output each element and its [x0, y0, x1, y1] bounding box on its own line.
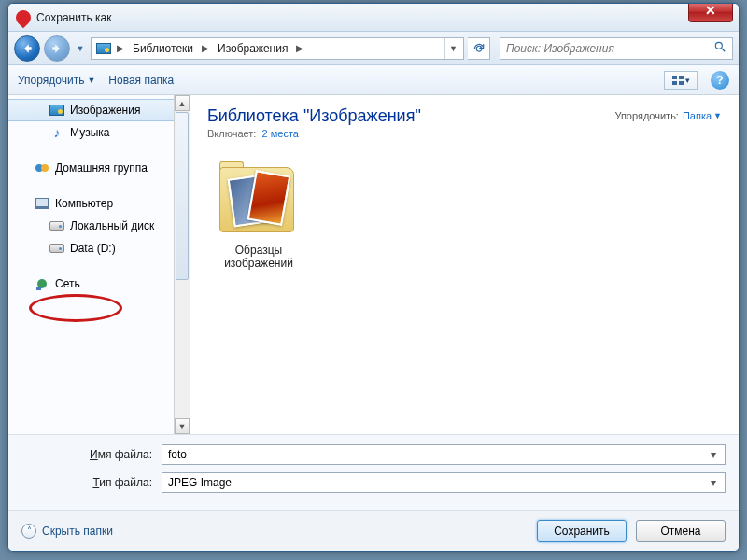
view-icon	[672, 76, 684, 85]
search-box[interactable]	[500, 37, 733, 60]
file-list[interactable]: Образцы изображений	[190, 147, 739, 434]
arrange-by: Упорядочить: Папка ▼	[614, 110, 722, 121]
filetype-field[interactable]: ▾	[162, 472, 726, 493]
svg-rect-3	[679, 76, 684, 79]
breadcrumb-arrow-1[interactable]: ▶	[199, 43, 212, 53]
filename-dropdown[interactable]: ▾	[706, 448, 721, 461]
close-button[interactable]: ✕	[688, 3, 733, 22]
view-options-button[interactable]: ▾	[664, 71, 698, 90]
sidebar-item-label: Data (D:)	[70, 242, 116, 255]
drive-icon	[49, 218, 64, 233]
titlebar: Сохранить как ✕	[8, 4, 739, 32]
svg-rect-2	[672, 76, 677, 79]
organize-button[interactable]: Упорядочить ▼	[18, 74, 95, 87]
opera-icon	[13, 7, 35, 28]
chevron-down-icon: ▼	[713, 111, 722, 120]
filetype-dropdown[interactable]: ▾	[706, 476, 721, 489]
library-header: Библиотека "Изображения" Включает: 2 мес…	[190, 95, 739, 147]
sidebar-item-pictures[interactable]: Изображения	[8, 99, 190, 121]
filetype-input[interactable]	[166, 475, 706, 490]
library-subtitle: Включает: 2 места	[207, 128, 421, 139]
svg-rect-4	[672, 81, 677, 85]
save-button[interactable]: Сохранить	[537, 520, 627, 542]
svg-line-1	[722, 49, 726, 52]
sidebar-item-network[interactable]: Сеть	[8, 273, 190, 295]
chevron-down-icon: ▾	[685, 76, 690, 85]
filename-input[interactable]	[166, 447, 706, 462]
sidebar-item-computer[interactable]: Компьютер	[8, 192, 190, 215]
sidebar-item-label: Музыка	[70, 126, 109, 139]
help-button[interactable]: ?	[711, 71, 729, 90]
drive-icon	[49, 241, 64, 256]
filetype-label: Тип файла:	[21, 476, 162, 489]
content-pane: Библиотека "Изображения" Включает: 2 мес…	[190, 95, 739, 434]
libraries-icon	[95, 41, 112, 56]
back-button[interactable]	[14, 35, 40, 62]
sidebar-item-local-disk[interactable]: Локальный диск	[8, 215, 190, 237]
svg-rect-9	[36, 287, 41, 290]
new-folder-label: Новая папка	[108, 74, 174, 87]
scroll-thumb[interactable]	[176, 112, 189, 280]
computer-icon	[35, 196, 49, 211]
includes-link[interactable]: 2 места	[262, 128, 299, 139]
arrange-value-dropdown[interactable]: Папка ▼	[683, 110, 722, 121]
filename-row: Имя файла: ▾	[21, 444, 726, 465]
search-input[interactable]	[504, 41, 713, 56]
sidebar-item-music[interactable]: ♪ Музыка	[8, 121, 190, 144]
fields-area: Имя файла: ▾ Тип файла: ▾	[8, 434, 739, 510]
arrow-left-icon	[21, 42, 34, 55]
breadcrumb-root-arrow[interactable]: ▶	[114, 43, 127, 53]
folder-sample-pictures[interactable]: Образцы изображений	[207, 163, 310, 271]
nav-tree: Изображения ♪ Музыка Домашняя группа Ком…	[8, 95, 190, 299]
library-title: Библиотека "Изображения"	[207, 106, 421, 126]
toolbar: Упорядочить ▼ Новая папка ▾ ?	[8, 65, 739, 95]
network-icon	[35, 276, 49, 291]
sidebar-item-label: Компьютер	[55, 197, 113, 210]
search-icon	[713, 40, 728, 56]
body: Изображения ♪ Музыка Домашняя группа Ком…	[8, 95, 739, 434]
svg-point-0	[715, 42, 722, 49]
refresh-icon	[472, 42, 486, 55]
scroll-up-button[interactable]: ▲	[175, 95, 190, 111]
window-title: Сохранить как	[36, 11, 111, 24]
sidebar-item-label: Изображения	[70, 104, 140, 117]
includes-label: Включает:	[207, 128, 256, 139]
refresh-button[interactable]	[468, 37, 490, 60]
sidebar-item-label: Сеть	[55, 277, 80, 290]
forward-button[interactable]	[44, 35, 70, 62]
sidebar-item-label: Локальный диск	[70, 219, 154, 232]
sidebar-item-data-d[interactable]: Data (D:)	[8, 237, 190, 259]
arrow-right-icon	[50, 42, 63, 55]
breadcrumb-dropdown[interactable]: ▼	[444, 38, 461, 59]
nav-history-dropdown[interactable]: ▼	[74, 39, 87, 58]
sidebar-item-label: Домашняя группа	[55, 161, 148, 175]
folder-icon	[214, 163, 303, 238]
sidebar-item-homegroup[interactable]: Домашняя группа	[8, 157, 190, 179]
hide-folders-label: Скрыть папки	[42, 525, 113, 538]
svg-rect-5	[679, 81, 684, 85]
breadcrumb-arrow-2[interactable]: ▶	[293, 43, 306, 53]
sidebar-scrollbar[interactable]: ▲ ▼	[174, 95, 190, 434]
chevron-up-icon: ˄	[21, 524, 36, 539]
filename-label: Имя файла:	[21, 448, 162, 461]
arrange-label: Упорядочить:	[614, 110, 679, 121]
pictures-icon	[49, 103, 64, 118]
organize-label: Упорядочить	[18, 74, 84, 87]
footer: ˄ Скрыть папки Сохранить Отмена	[8, 510, 739, 551]
breadcrumb[interactable]: ▶ Библиотеки ▶ Изображения ▶ ▼	[91, 37, 464, 60]
sidebar: Изображения ♪ Музыка Домашняя группа Ком…	[8, 95, 190, 434]
hide-folders-button[interactable]: ˄ Скрыть папки	[21, 524, 113, 539]
homegroup-icon	[35, 161, 49, 175]
music-icon: ♪	[49, 125, 64, 140]
new-folder-button[interactable]: Новая папка	[108, 74, 174, 87]
scroll-down-button[interactable]: ▼	[175, 418, 190, 434]
arrange-value: Папка	[683, 110, 712, 121]
save-as-dialog: Сохранить как ✕ ▼ ▶ Библиотеки ▶ Изображ…	[7, 3, 740, 552]
chevron-down-icon: ▼	[87, 76, 95, 85]
nav-bar: ▼ ▶ Библиотеки ▶ Изображения ▶ ▼	[8, 32, 739, 65]
filename-field[interactable]: ▾	[162, 444, 726, 465]
breadcrumb-pictures[interactable]: Изображения	[212, 38, 293, 59]
breadcrumb-libraries[interactable]: Библиотеки	[127, 38, 199, 59]
cancel-button[interactable]: Отмена	[636, 520, 726, 542]
filetype-row: Тип файла: ▾	[21, 472, 726, 493]
